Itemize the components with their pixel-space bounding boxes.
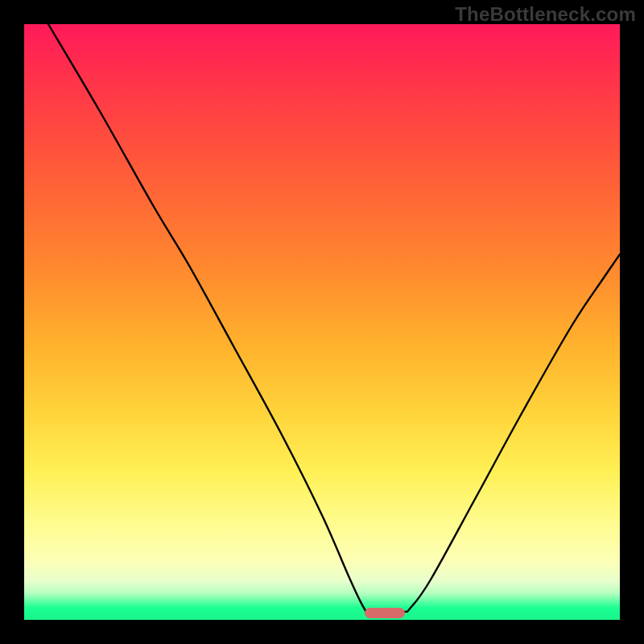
bottleneck-curve [48, 24, 620, 613]
plot-area [24, 24, 620, 620]
optimal-marker [365, 608, 405, 618]
curve-layer [24, 24, 620, 620]
watermark-text: TheBottleneck.com [455, 3, 636, 26]
chart-frame: TheBottleneck.com [0, 0, 644, 644]
